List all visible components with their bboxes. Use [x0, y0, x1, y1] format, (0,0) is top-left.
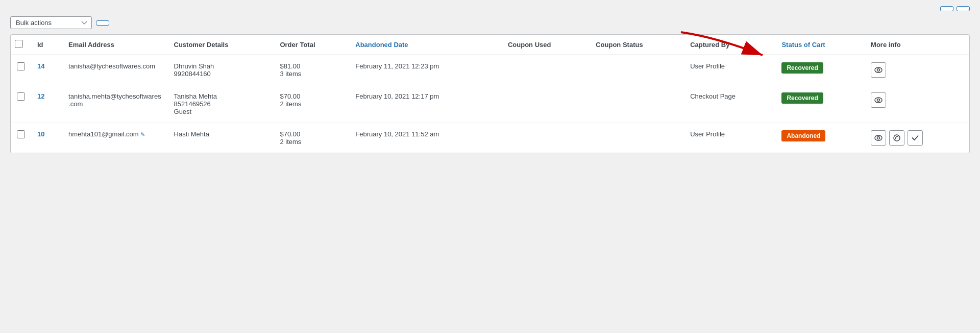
check-button[interactable] — [908, 130, 923, 146]
cancel-button[interactable] — [889, 130, 904, 146]
order-items: 2 items — [280, 138, 343, 146]
select-all-checkbox[interactable] — [15, 40, 23, 48]
captured-by: User Profile — [690, 130, 725, 138]
row-id-14[interactable]: 14 — [37, 62, 44, 70]
svg-point-3 — [875, 98, 882, 103]
table-row: 14tanisha@tychesoftwares.comDhruvin Shah… — [11, 55, 969, 85]
col-email: Email Address — [62, 35, 167, 55]
table-body: 14tanisha@tychesoftwares.comDhruvin Shah… — [11, 55, 969, 153]
action-buttons — [871, 130, 963, 146]
row-checkbox-10[interactable] — [17, 130, 25, 138]
col-captured-by: Captured By — [684, 35, 775, 55]
email-address: hmehta101@gmail.com — [68, 130, 138, 138]
col-total: Order Total — [274, 35, 349, 55]
col-more-info: More info — [865, 35, 969, 55]
table-header-row: Id Email Address Customer Details Order … — [11, 35, 969, 55]
view-button[interactable] — [871, 62, 886, 78]
svg-point-7 — [894, 135, 900, 141]
col-coupon-status: Coupon Status — [590, 35, 684, 55]
customer-phone: 8521469526 — [174, 100, 268, 108]
col-customer: Customer Details — [168, 35, 274, 55]
svg-point-6 — [877, 137, 880, 139]
order-items: 2 items — [280, 100, 343, 108]
select-all-col — [11, 35, 31, 55]
customer-name: Dhruvin Shah — [174, 62, 268, 70]
customer-phone: 9920844160 — [174, 70, 268, 78]
svg-point-1 — [875, 67, 882, 73]
col-abandoned-date[interactable]: Abandoned Date — [349, 35, 502, 55]
apply-button[interactable] — [96, 20, 109, 26]
captured-by: User Profile — [690, 62, 725, 70]
order-total: $70.00 — [280, 130, 343, 138]
print-button[interactable] — [940, 6, 953, 11]
toolbar: Bulk actions — [10, 16, 970, 29]
email-address: tanisha@tychesoftwares.com — [68, 62, 155, 70]
csv-button[interactable] — [957, 6, 970, 11]
cart-status-badge: Recovered — [781, 92, 823, 104]
cart-status-badge: Recovered — [781, 62, 823, 74]
table-row: 10hmehta101@gmail.com ✎Hasti Mehta$70.00… — [11, 123, 969, 153]
view-button[interactable] — [871, 130, 886, 146]
action-buttons — [871, 92, 963, 108]
email-address: tanisha.mehta@tychesoftwares.com — [68, 92, 161, 108]
svg-point-5 — [875, 135, 882, 140]
order-total: $70.00 — [280, 92, 343, 100]
col-coupon-used: Coupon Used — [502, 35, 590, 55]
row-checkbox-12[interactable] — [17, 92, 25, 101]
customer-name: Hasti Mehta — [174, 130, 268, 138]
abandoned-date: February 10, 2021 12:17 pm — [355, 92, 439, 100]
col-status[interactable]: Status of Cart — [775, 35, 865, 55]
col-id: Id — [31, 35, 62, 55]
action-buttons — [871, 62, 963, 78]
abandoned-date: February 11, 2021 12:23 pm — [355, 62, 439, 70]
captured-by: Checkout Page — [690, 92, 736, 100]
cart-status-badge: Abandoned — [781, 130, 825, 141]
table-container: Id Email Address Customer Details Order … — [10, 34, 970, 153]
customer-tag: Guest — [174, 108, 268, 115]
edit-email-icon[interactable]: ✎ — [140, 131, 145, 137]
order-total: $81.00 — [280, 62, 343, 70]
page-wrapper: Bulk actions Id Email Address Customer D… — [0, 0, 980, 163]
svg-point-4 — [877, 99, 880, 102]
abandoned-carts-table: Id Email Address Customer Details Order … — [11, 35, 969, 153]
top-bar — [10, 6, 970, 11]
row-id-10[interactable]: 10 — [37, 130, 44, 138]
abandoned-date: February 10, 2021 11:52 am — [355, 130, 439, 138]
table-row: 12tanisha.mehta@tychesoftwares.comTanish… — [11, 85, 969, 123]
view-button[interactable] — [871, 92, 886, 108]
row-id-12[interactable]: 12 — [37, 92, 44, 100]
svg-point-2 — [877, 69, 880, 72]
bulk-actions-select[interactable]: Bulk actions — [10, 16, 92, 29]
customer-name: Tanisha Mehta — [174, 92, 268, 100]
order-items: 3 items — [280, 70, 343, 78]
row-checkbox-14[interactable] — [17, 62, 25, 70]
